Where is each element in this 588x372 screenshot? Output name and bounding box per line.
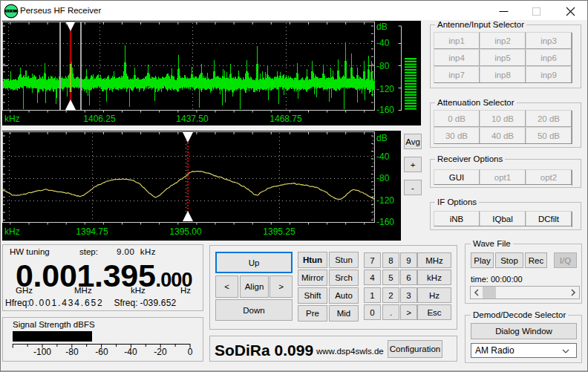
svg-text:-80: -80 [376,61,390,71]
svg-text:1395.00: 1395.00 [169,226,202,237]
svg-text:-60: -60 [95,347,108,357]
svg-text:-120: -120 [376,84,394,94]
svg-text:1394.75: 1394.75 [76,226,108,237]
svg-text:-20: -20 [154,347,167,357]
svg-text:1395.25: 1395.25 [263,226,295,237]
svg-text:0: 0 [188,347,193,357]
svg-text:kHz: kHz [4,114,20,124]
svg-text:kHz: kHz [4,226,20,237]
svg-text:-40: -40 [376,151,390,162]
svg-text:-80: -80 [65,347,79,357]
svg-text:-160: -160 [376,217,394,227]
svg-text:1437.50: 1437.50 [176,114,209,124]
svg-text:1468.75: 1468.75 [270,114,302,124]
svg-text:-160: -160 [376,105,394,115]
svg-text:dB: dB [376,133,388,143]
svg-text:-80: -80 [376,173,390,183]
svg-text:-120: -120 [376,195,394,206]
svg-text:-40: -40 [376,38,390,48]
svg-text:-100: -100 [33,347,51,357]
svg-text:1406.25: 1406.25 [83,114,116,124]
svg-text:dB: dB [376,22,388,32]
svg-text:-40: -40 [124,347,137,357]
